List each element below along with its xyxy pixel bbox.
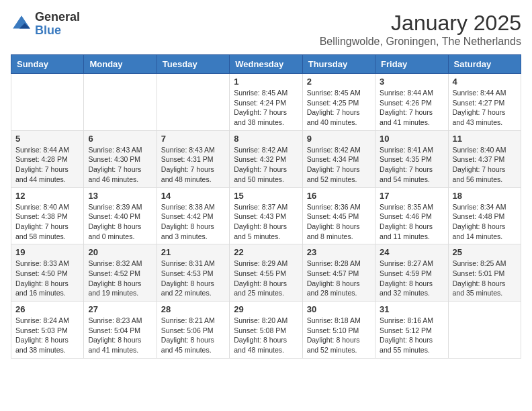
weekday-header: Tuesday xyxy=(157,55,229,74)
calendar-cell: 4Sunrise: 8:44 AM Sunset: 4:27 PM Daylig… xyxy=(448,74,521,131)
page-header: General Blue January 2025 Bellingwolde, … xyxy=(11,11,521,48)
day-number: 19 xyxy=(15,247,79,257)
month-title: January 2025 xyxy=(320,11,521,36)
day-info: Sunrise: 8:44 AM Sunset: 4:27 PM Dayligh… xyxy=(453,88,517,128)
calendar-cell: 28Sunrise: 8:21 AM Sunset: 5:06 PM Dayli… xyxy=(157,302,229,359)
weekday-header: Monday xyxy=(84,55,157,74)
calendar-cell: 31Sunrise: 8:16 AM Sunset: 5:12 PM Dayli… xyxy=(375,302,448,359)
calendar-cell: 7Sunrise: 8:43 AM Sunset: 4:31 PM Daylig… xyxy=(157,130,229,187)
day-number: 7 xyxy=(161,134,225,144)
day-info: Sunrise: 8:41 AM Sunset: 4:35 PM Dayligh… xyxy=(380,145,443,185)
calendar-cell: 23Sunrise: 8:28 AM Sunset: 4:57 PM Dayli… xyxy=(302,244,375,302)
day-number: 18 xyxy=(453,191,517,201)
day-info: Sunrise: 8:40 AM Sunset: 4:37 PM Dayligh… xyxy=(453,145,517,185)
day-info: Sunrise: 8:20 AM Sunset: 5:08 PM Dayligh… xyxy=(234,316,298,355)
calendar-cell: 5Sunrise: 8:44 AM Sunset: 4:28 PM Daylig… xyxy=(11,130,84,187)
day-info: Sunrise: 8:45 AM Sunset: 4:25 PM Dayligh… xyxy=(307,88,371,128)
day-number: 31 xyxy=(380,304,443,314)
weekday-header: Sunday xyxy=(11,55,84,74)
calendar-week-row: 19Sunrise: 8:33 AM Sunset: 4:50 PM Dayli… xyxy=(11,244,521,302)
day-number: 23 xyxy=(307,247,371,257)
day-info: Sunrise: 8:43 AM Sunset: 4:30 PM Dayligh… xyxy=(88,145,152,185)
calendar-cell: 20Sunrise: 8:32 AM Sunset: 4:52 PM Dayli… xyxy=(84,244,157,302)
day-info: Sunrise: 8:24 AM Sunset: 5:03 PM Dayligh… xyxy=(15,316,79,355)
logo: General Blue xyxy=(11,11,80,38)
day-info: Sunrise: 8:31 AM Sunset: 4:53 PM Dayligh… xyxy=(161,259,225,298)
calendar-cell: 13Sunrise: 8:39 AM Sunset: 4:40 PM Dayli… xyxy=(84,187,157,244)
day-number: 29 xyxy=(234,304,298,314)
day-number: 11 xyxy=(453,134,517,144)
calendar-table: SundayMondayTuesdayWednesdayThursdayFrid… xyxy=(11,54,521,359)
calendar-cell: 18Sunrise: 8:34 AM Sunset: 4:48 PM Dayli… xyxy=(448,187,521,244)
day-info: Sunrise: 8:38 AM Sunset: 4:42 PM Dayligh… xyxy=(161,202,225,242)
weekday-header: Saturday xyxy=(448,55,521,74)
calendar-cell: 21Sunrise: 8:31 AM Sunset: 4:53 PM Dayli… xyxy=(157,244,229,302)
calendar-week-row: 26Sunrise: 8:24 AM Sunset: 5:03 PM Dayli… xyxy=(11,302,521,359)
weekday-header: Thursday xyxy=(302,55,375,74)
day-info: Sunrise: 8:33 AM Sunset: 4:50 PM Dayligh… xyxy=(15,259,79,298)
calendar-cell: 25Sunrise: 8:25 AM Sunset: 5:01 PM Dayli… xyxy=(448,244,521,302)
calendar-cell: 14Sunrise: 8:38 AM Sunset: 4:42 PM Dayli… xyxy=(157,187,229,244)
calendar-cell: 15Sunrise: 8:37 AM Sunset: 4:43 PM Dayli… xyxy=(230,187,302,244)
day-info: Sunrise: 8:18 AM Sunset: 5:10 PM Dayligh… xyxy=(307,316,371,355)
calendar-cell: 6Sunrise: 8:43 AM Sunset: 4:30 PM Daylig… xyxy=(84,130,157,187)
day-info: Sunrise: 8:23 AM Sunset: 5:04 PM Dayligh… xyxy=(88,316,152,355)
calendar-cell: 17Sunrise: 8:35 AM Sunset: 4:46 PM Dayli… xyxy=(375,187,448,244)
day-number: 30 xyxy=(307,304,371,314)
day-info: Sunrise: 8:21 AM Sunset: 5:06 PM Dayligh… xyxy=(161,316,225,355)
day-number: 27 xyxy=(88,304,152,314)
day-info: Sunrise: 8:36 AM Sunset: 4:45 PM Dayligh… xyxy=(307,202,371,242)
day-number: 12 xyxy=(15,191,79,201)
calendar-cell xyxy=(84,74,157,131)
day-number: 26 xyxy=(15,304,79,314)
logo-icon xyxy=(11,13,32,35)
day-number: 22 xyxy=(234,247,298,257)
day-info: Sunrise: 8:35 AM Sunset: 4:46 PM Dayligh… xyxy=(380,202,443,242)
day-number: 25 xyxy=(453,247,517,257)
day-info: Sunrise: 8:32 AM Sunset: 4:52 PM Dayligh… xyxy=(88,259,152,298)
day-number: 9 xyxy=(307,134,371,144)
day-number: 24 xyxy=(380,247,443,257)
day-info: Sunrise: 8:44 AM Sunset: 4:28 PM Dayligh… xyxy=(15,145,79,185)
calendar-cell: 19Sunrise: 8:33 AM Sunset: 4:50 PM Dayli… xyxy=(11,244,84,302)
day-number: 13 xyxy=(88,191,152,201)
calendar-cell: 11Sunrise: 8:40 AM Sunset: 4:37 PM Dayli… xyxy=(448,130,521,187)
day-number: 28 xyxy=(161,304,225,314)
day-info: Sunrise: 8:42 AM Sunset: 4:34 PM Dayligh… xyxy=(307,145,371,185)
day-number: 3 xyxy=(380,77,443,87)
day-info: Sunrise: 8:43 AM Sunset: 4:31 PM Dayligh… xyxy=(161,145,225,185)
calendar-cell: 12Sunrise: 8:40 AM Sunset: 4:38 PM Dayli… xyxy=(11,187,84,244)
calendar-cell: 16Sunrise: 8:36 AM Sunset: 4:45 PM Dayli… xyxy=(302,187,375,244)
day-number: 2 xyxy=(307,77,371,87)
calendar-cell: 30Sunrise: 8:18 AM Sunset: 5:10 PM Dayli… xyxy=(302,302,375,359)
logo-text: General Blue xyxy=(35,11,80,38)
title-block: January 2025 Bellingwolde, Groningen, Th… xyxy=(320,11,521,48)
day-info: Sunrise: 8:34 AM Sunset: 4:48 PM Dayligh… xyxy=(453,202,517,242)
day-number: 6 xyxy=(88,134,152,144)
day-number: 8 xyxy=(234,134,298,144)
calendar-cell xyxy=(448,302,521,359)
day-number: 16 xyxy=(307,191,371,201)
location-subtitle: Bellingwolde, Groningen, The Netherlands xyxy=(320,36,521,48)
day-info: Sunrise: 8:28 AM Sunset: 4:57 PM Dayligh… xyxy=(307,259,371,298)
calendar-cell: 24Sunrise: 8:27 AM Sunset: 4:59 PM Dayli… xyxy=(375,244,448,302)
day-info: Sunrise: 8:37 AM Sunset: 4:43 PM Dayligh… xyxy=(234,202,298,242)
calendar-cell: 9Sunrise: 8:42 AM Sunset: 4:34 PM Daylig… xyxy=(302,130,375,187)
calendar-cell: 1Sunrise: 8:45 AM Sunset: 4:24 PM Daylig… xyxy=(230,74,302,131)
calendar-cell: 29Sunrise: 8:20 AM Sunset: 5:08 PM Dayli… xyxy=(230,302,302,359)
day-info: Sunrise: 8:40 AM Sunset: 4:38 PM Dayligh… xyxy=(15,202,79,242)
weekday-header: Wednesday xyxy=(230,55,302,74)
calendar-cell: 3Sunrise: 8:44 AM Sunset: 4:26 PM Daylig… xyxy=(375,74,448,131)
calendar-cell: 8Sunrise: 8:42 AM Sunset: 4:32 PM Daylig… xyxy=(230,130,302,187)
day-info: Sunrise: 8:44 AM Sunset: 4:26 PM Dayligh… xyxy=(380,88,443,128)
calendar-week-row: 1Sunrise: 8:45 AM Sunset: 4:24 PM Daylig… xyxy=(11,74,521,131)
calendar-cell xyxy=(11,74,84,131)
calendar-cell: 2Sunrise: 8:45 AM Sunset: 4:25 PM Daylig… xyxy=(302,74,375,131)
day-number: 5 xyxy=(15,134,79,144)
calendar-week-row: 12Sunrise: 8:40 AM Sunset: 4:38 PM Dayli… xyxy=(11,187,521,244)
calendar-header-row: SundayMondayTuesdayWednesdayThursdayFrid… xyxy=(11,55,521,74)
calendar-cell: 22Sunrise: 8:29 AM Sunset: 4:55 PM Dayli… xyxy=(230,244,302,302)
day-number: 20 xyxy=(88,247,152,257)
calendar-cell xyxy=(157,74,229,131)
weekday-header: Friday xyxy=(375,55,448,74)
